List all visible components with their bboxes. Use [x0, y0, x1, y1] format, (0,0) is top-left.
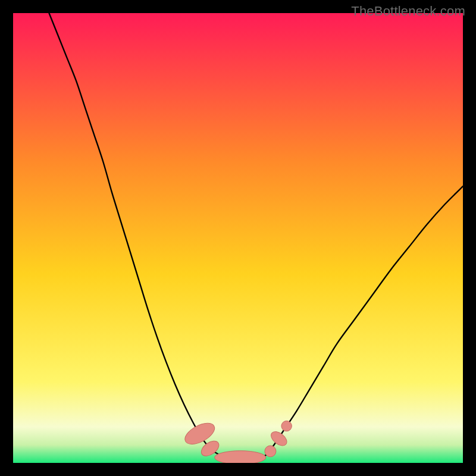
chart-svg	[13, 13, 463, 463]
valley-marker-pill	[215, 451, 266, 463]
gradient-background	[13, 13, 463, 463]
plot-area	[13, 13, 463, 463]
valley-marker-dot	[281, 421, 292, 431]
watermark-text: TheBottleneck.com	[351, 4, 465, 19]
valley-marker-dot	[265, 446, 276, 457]
chart-frame: TheBottleneck.com	[0, 0, 476, 476]
